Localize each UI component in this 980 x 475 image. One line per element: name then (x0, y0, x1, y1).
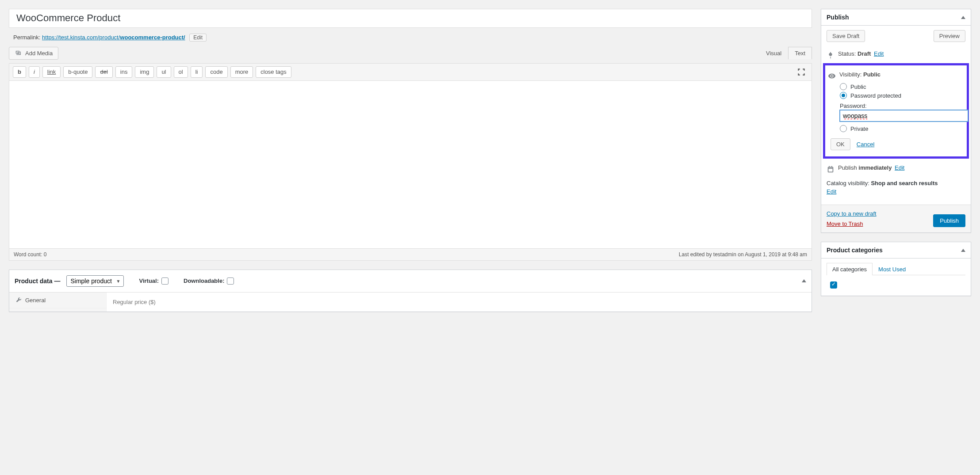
eye-icon (828, 72, 836, 80)
word-count: Word count: 0 (14, 251, 46, 258)
fullscreen-icon[interactable] (796, 67, 806, 77)
virtual-checkbox-label: Virtual: (139, 277, 168, 285)
edit-permalink-button[interactable]: Edit (189, 34, 207, 42)
visibility-password-radio[interactable] (840, 92, 847, 99)
product-data-sidebar: General (9, 293, 107, 312)
last-edited: Last edited by testadmin on August 1, 20… (679, 251, 807, 258)
toolbar-ul-button[interactable]: ul (157, 66, 171, 78)
preview-button[interactable]: Preview (934, 30, 965, 42)
publish-panel: Publish Save Draft Preview Status: Draft… (821, 9, 971, 233)
visibility-ok-button[interactable]: OK (831, 138, 850, 150)
catalog-visibility-row: Catalog visibility: Shop and search resu… (827, 175, 965, 199)
editor-tabs: Visual Text (759, 47, 812, 59)
toolbar-ins-button[interactable]: ins (115, 66, 133, 78)
save-draft-button[interactable]: Save Draft (827, 30, 865, 42)
toolbar-italic-button[interactable]: i (29, 66, 40, 78)
toolbar-img-button[interactable]: img (135, 66, 154, 78)
product-data-panel: Product data — Simple product Virtual: D… (9, 270, 812, 312)
tab-most-used[interactable]: Most Used (873, 263, 911, 275)
product-categories-panel: Product categories All categories Most U… (821, 242, 971, 296)
wrench-icon (15, 297, 22, 303)
publish-button[interactable]: Publish (933, 214, 965, 227)
permalink-row: Permalink: https://test.kinsta.com/produ… (9, 30, 812, 47)
toolbar-more-button[interactable]: more (230, 66, 253, 78)
editor-tab-text[interactable]: Text (788, 47, 812, 59)
password-input[interactable] (840, 110, 968, 122)
virtual-checkbox[interactable] (161, 277, 168, 285)
title-panel (9, 9, 812, 28)
status-edit-link[interactable]: Edit (874, 50, 884, 57)
editor-textarea[interactable] (9, 81, 812, 249)
product-type-select[interactable]: Simple product (66, 275, 124, 287)
pin-icon (827, 51, 835, 59)
visibility-row: Visibility: Public (828, 69, 964, 82)
visibility-highlight: Visibility: Public Public Password prote… (823, 63, 969, 159)
toolbar-bquote-button[interactable]: b-quote (63, 66, 92, 78)
category-checkbox[interactable] (830, 281, 837, 289)
status-row: Status: Draft Edit (827, 48, 965, 61)
downloadable-checkbox[interactable] (227, 277, 234, 285)
post-title-input[interactable] (13, 11, 808, 26)
product-data-content: Regular price ($) (107, 293, 812, 312)
categories-toggle[interactable] (961, 249, 965, 252)
editor-toolbar: b i link b-quote del ins img ul ol li co… (9, 63, 812, 81)
product-data-toggle[interactable] (802, 279, 806, 282)
toolbar-link-button[interactable]: link (42, 66, 61, 78)
toolbar-li-button[interactable]: li (191, 66, 203, 78)
toolbar-del-button[interactable]: del (95, 66, 112, 78)
product-data-title: Product data — (15, 277, 60, 285)
categories-title: Product categories (827, 247, 961, 254)
calendar-icon (827, 165, 835, 173)
product-tab-general[interactable]: General (9, 293, 106, 308)
schedule-edit-link[interactable]: Edit (895, 164, 904, 171)
editor-tab-visual[interactable]: Visual (759, 47, 788, 59)
editor-footer: Word count: 0 Last edited by testadmin o… (9, 249, 812, 261)
add-media-label: Add Media (25, 50, 53, 57)
catalog-edit-link[interactable]: Edit (827, 188, 836, 195)
copy-draft-link[interactable]: Copy to a new draft (827, 210, 877, 217)
toolbar-ol-button[interactable]: ol (174, 66, 188, 78)
media-icon (15, 50, 23, 56)
add-media-button[interactable]: Add Media (9, 47, 58, 60)
publish-actions: Copy to a new draft Move to Trash Publis… (821, 205, 971, 232)
visibility-cancel-link[interactable]: Cancel (857, 141, 874, 148)
publish-date-row: Publish immediately Edit (827, 162, 965, 175)
category-tabs: All categories Most Used (827, 263, 965, 275)
category-item[interactable] (827, 280, 965, 290)
visibility-public-row[interactable]: Public (828, 82, 964, 91)
tab-all-categories[interactable]: All categories (827, 263, 873, 275)
publish-title: Publish (827, 14, 961, 21)
regular-price-label: Regular price ($) (113, 299, 156, 305)
visibility-password-row[interactable]: Password protected (828, 91, 964, 100)
visibility-public-radio[interactable] (840, 83, 847, 90)
visibility-private-radio[interactable] (840, 125, 847, 132)
toolbar-closetags-button[interactable]: close tags (256, 66, 291, 78)
move-to-trash-link[interactable]: Move to Trash (827, 220, 877, 227)
toolbar-code-button[interactable]: code (205, 66, 227, 78)
permalink-url[interactable]: https://test.kinsta.com/product/woocomme… (42, 34, 185, 41)
visibility-private-row[interactable]: Private (828, 124, 964, 133)
permalink-label: Permalink: (13, 34, 40, 41)
publish-toggle[interactable] (961, 16, 965, 19)
password-label: Password: (828, 100, 964, 110)
toolbar-bold-button[interactable]: b (13, 66, 26, 78)
downloadable-checkbox-label: Downloadable: (184, 277, 234, 285)
